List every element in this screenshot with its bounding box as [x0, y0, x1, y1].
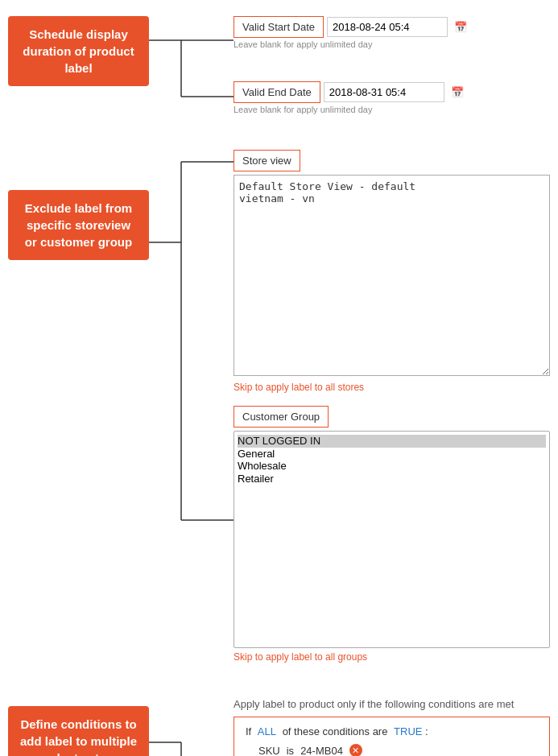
valid-start-date-label: Valid Start Date — [234, 16, 324, 38]
exclude-fields: Store view Default Store View - default … — [234, 150, 550, 674]
schedule-connector — [149, 16, 234, 123]
all-label[interactable]: ALL — [258, 725, 276, 737]
if-label: If — [246, 725, 251, 737]
conditions-content: Apply label to product only if the follo… — [234, 698, 550, 756]
conditions-label-box: Define conditions to add label to multip… — [8, 698, 149, 756]
customer-group-group: Customer Group NOT LOGGED IN General Who… — [234, 406, 550, 663]
sku-row: SKU is 24-MB04 ✕ — [258, 744, 538, 756]
schedule-fields: Valid Start Date 📅 Leave blank for apply… — [234, 16, 550, 126]
schedule-label: Schedule display duration of product lab… — [8, 16, 149, 86]
option-not-logged-in[interactable]: NOT LOGGED IN — [238, 435, 546, 448]
option-retailer[interactable]: Retailer — [238, 473, 546, 485]
schedule-label-box: Schedule display duration of product lab… — [8, 16, 149, 86]
customer-group-row: Customer Group — [234, 406, 550, 428]
conditions-text: of these conditions are — [283, 725, 388, 737]
apply-label-text: Apply label to product only if the follo… — [234, 698, 550, 710]
conditions-box: If ALL of these conditions are TRUE : SK… — [234, 717, 550, 756]
conditions-connector — [149, 698, 234, 756]
customer-group-skip: Skip to apply label to all groups — [234, 651, 550, 663]
conditions-label: Define conditions to add label to multip… — [8, 706, 149, 756]
valid-end-date-input[interactable] — [324, 82, 444, 102]
valid-start-date-hint: Leave blank for apply unlimited day — [234, 39, 550, 49]
is-label: is — [287, 745, 294, 757]
exclude-label-box: Exclude label from specific storeview or… — [8, 150, 149, 260]
main-container: Schedule display duration of product lab… — [0, 0, 558, 756]
option-wholesale[interactable]: Wholesale — [238, 460, 546, 473]
store-view-select[interactable]: Default Store View - default vietnam - v… — [234, 175, 550, 376]
colon: : — [425, 725, 428, 737]
store-view-skip: Skip to apply label to all stores — [234, 382, 550, 393]
true-label[interactable]: TRUE — [394, 725, 422, 737]
sku-value: 24-MB04 — [300, 745, 343, 757]
customer-group-label: Customer Group — [234, 406, 329, 428]
valid-end-date-group: Valid End Date 📅 Leave blank for apply u… — [234, 81, 550, 114]
valid-end-date-label: Valid End Date — [234, 81, 320, 103]
sku-label: SKU — [258, 745, 280, 757]
valid-end-date-row: Valid End Date 📅 — [234, 81, 550, 103]
conditions-section: Define conditions to add label to multip… — [8, 698, 550, 756]
store-view-row: Store view — [234, 150, 550, 171]
calendar-start-icon[interactable]: 📅 — [454, 21, 467, 33]
valid-start-date-row: Valid Start Date 📅 — [234, 16, 550, 38]
customer-group-select[interactable]: NOT LOGGED IN General Wholesale Retailer — [234, 431, 550, 648]
exclude-label: Exclude label from specific storeview or… — [8, 190, 149, 260]
store-view-group: Store view Default Store View - default … — [234, 150, 550, 393]
schedule-section: Schedule display duration of product lab… — [8, 16, 550, 126]
remove-condition-icon[interactable]: ✕ — [349, 744, 362, 756]
valid-start-date-group: Valid Start Date 📅 Leave blank for apply… — [234, 16, 550, 49]
calendar-end-icon[interactable]: 📅 — [451, 86, 464, 98]
exclude-section: Exclude label from specific storeview or… — [8, 150, 550, 674]
store-view-label: Store view — [234, 150, 300, 171]
valid-start-date-input[interactable] — [327, 17, 448, 37]
exclude-connector — [149, 150, 234, 555]
option-general[interactable]: General — [238, 448, 546, 461]
conditions-header: If ALL of these conditions are TRUE : — [246, 725, 538, 737]
valid-end-date-hint: Leave blank for apply unlimited day — [234, 105, 550, 114]
